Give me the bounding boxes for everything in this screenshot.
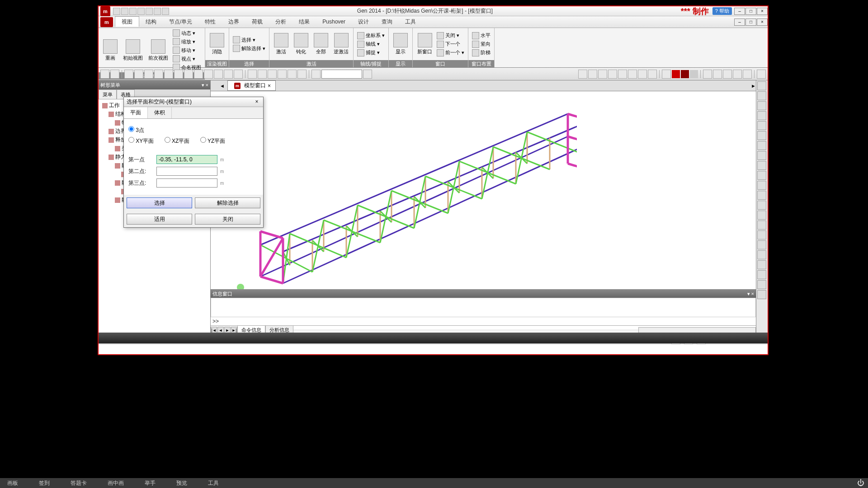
info-pin-icon[interactable]: ▾ bbox=[747, 291, 750, 296]
info-close-icon[interactable]: × bbox=[751, 291, 754, 296]
ribbon-重画[interactable]: 重画 bbox=[101, 38, 119, 62]
qat-redo-icon[interactable] bbox=[146, 8, 153, 15]
menu-荷载[interactable]: 荷载 bbox=[245, 17, 269, 27]
view-tool-icon[interactable] bbox=[757, 121, 766, 130]
tab-volume[interactable]: 体积 bbox=[148, 107, 172, 118]
qat-print-icon[interactable] bbox=[154, 8, 161, 15]
app-menu-icon[interactable]: m bbox=[100, 17, 113, 27]
tab-nav-right-icon[interactable]: ► bbox=[751, 83, 756, 89]
menu-边界[interactable]: 边界 bbox=[222, 17, 245, 27]
view-tool-icon[interactable] bbox=[578, 70, 587, 79]
ribbon-选择 ▾[interactable]: 选择 ▾ bbox=[232, 36, 266, 44]
display-tool-icon[interactable] bbox=[743, 70, 752, 79]
tool-icon[interactable] bbox=[184, 70, 193, 79]
view-tool-icon[interactable] bbox=[757, 290, 766, 299]
radio-3point[interactable]: 3点 bbox=[128, 127, 144, 133]
qat-preview-icon[interactable] bbox=[162, 8, 169, 15]
view-tool-icon[interactable] bbox=[628, 70, 637, 79]
ribbon-动态 ▾[interactable]: 动态 ▾ bbox=[172, 29, 202, 37]
tool-icon[interactable] bbox=[174, 70, 183, 79]
view-tool-icon[interactable] bbox=[757, 260, 766, 269]
tool-icon[interactable] bbox=[214, 70, 223, 79]
tab-plane[interactable]: 平面 bbox=[124, 107, 148, 118]
menu-设计[interactable]: 设计 bbox=[352, 17, 375, 27]
view-tool-icon[interactable] bbox=[598, 70, 607, 79]
view-tool-icon[interactable] bbox=[757, 131, 766, 140]
view-tool-icon[interactable] bbox=[757, 250, 766, 259]
doc-restore-icon[interactable]: □ bbox=[745, 19, 756, 26]
doc-tab-model[interactable]: m 模型窗口 × bbox=[227, 80, 276, 91]
view-tool-icon[interactable] bbox=[757, 181, 766, 190]
view-tool-icon[interactable] bbox=[757, 211, 766, 220]
qat-new-icon[interactable] bbox=[113, 8, 120, 15]
menu-结构[interactable]: 结构 bbox=[139, 17, 163, 27]
tab-menu[interactable]: 菜单 bbox=[99, 89, 117, 99]
lock-icon[interactable] bbox=[757, 70, 766, 79]
selection-combo[interactable] bbox=[321, 70, 362, 79]
unselect-button[interactable]: 解除选择 bbox=[195, 197, 260, 208]
ribbon-轴线 ▾[interactable]: 轴线 ▾ bbox=[356, 40, 386, 48]
help-button[interactable]: ? 帮助 bbox=[712, 7, 732, 15]
menu-视图[interactable]: 视图 bbox=[115, 16, 139, 27]
dialog-title-bar[interactable]: 选择平面和空间-(模型窗口) × bbox=[124, 97, 263, 107]
redo-icon[interactable] bbox=[110, 70, 119, 79]
view-tool-icon[interactable] bbox=[618, 70, 627, 79]
close-button[interactable]: 关闭 bbox=[195, 214, 260, 225]
tool-icon[interactable] bbox=[297, 70, 307, 79]
minimize-icon[interactable]: – bbox=[734, 8, 745, 15]
pin-icon[interactable]: ▾ bbox=[202, 82, 204, 88]
view-tool-icon[interactable] bbox=[757, 81, 766, 90]
color-darkred-icon[interactable] bbox=[681, 70, 689, 78]
undo-icon[interactable] bbox=[100, 70, 109, 79]
ribbon-初始视图[interactable]: 初始视图 bbox=[121, 38, 145, 62]
tab-nav-left-icon[interactable]: ◄ bbox=[220, 83, 225, 89]
filter-icon[interactable] bbox=[363, 70, 372, 79]
ribbon-前次视图[interactable]: 前次视图 bbox=[146, 38, 170, 62]
ribbon-关闭 ▾[interactable]: 关闭 ▾ bbox=[436, 32, 465, 40]
view-tool-icon[interactable] bbox=[757, 201, 766, 210]
radio-xz[interactable]: XZ平面 bbox=[165, 138, 190, 144]
display-tool-icon[interactable] bbox=[733, 70, 742, 79]
tool-icon[interactable] bbox=[288, 70, 297, 79]
input-p3[interactable] bbox=[156, 178, 217, 188]
ribbon-坐标系 ▾[interactable]: 坐标系 ▾ bbox=[356, 32, 386, 40]
ribbon-水平[interactable]: 水平 bbox=[471, 32, 491, 40]
ribbon-激活[interactable]: 激活 bbox=[272, 32, 290, 56]
quick-access-toolbar[interactable] bbox=[113, 8, 169, 15]
color-red-icon[interactable] bbox=[672, 70, 680, 78]
view-tool-icon[interactable] bbox=[588, 70, 597, 79]
doc-minimize-icon[interactable]: – bbox=[734, 19, 745, 26]
dialog-close-icon[interactable]: × bbox=[253, 99, 260, 106]
view-tool-icon[interactable] bbox=[757, 221, 766, 230]
apply-button[interactable]: 适用 bbox=[127, 214, 192, 225]
display-tool-icon[interactable] bbox=[703, 70, 712, 79]
menu-节点/单元[interactable]: 节点/单元 bbox=[163, 17, 198, 27]
globe-icon[interactable] bbox=[662, 70, 671, 79]
radio-xy[interactable]: XY平面 bbox=[128, 138, 154, 144]
maximize-icon[interactable]: □ bbox=[745, 8, 756, 15]
view-tool-icon[interactable] bbox=[757, 141, 766, 150]
bb-signin[interactable]: 签到 bbox=[35, 479, 53, 488]
view-tool-icon[interactable] bbox=[757, 270, 766, 279]
tool-icon[interactable] bbox=[234, 70, 243, 79]
bb-tools[interactable]: 工具 bbox=[204, 479, 222, 488]
view-tool-icon[interactable] bbox=[608, 70, 617, 79]
ribbon-缩放 ▾[interactable]: 缩放 ▾ bbox=[172, 38, 202, 46]
ribbon-逆激活[interactable]: 逆激活 bbox=[332, 32, 350, 56]
tool-icon[interactable] bbox=[204, 70, 213, 79]
close-icon[interactable]: × bbox=[757, 8, 768, 15]
view-tool-icon[interactable] bbox=[757, 101, 766, 110]
power-icon[interactable]: ⏻ bbox=[857, 479, 864, 487]
tool-icon[interactable] bbox=[278, 70, 287, 79]
select-button[interactable]: 选择 bbox=[127, 197, 192, 208]
bb-pip[interactable]: 画中画 bbox=[104, 479, 127, 488]
view-tool-icon[interactable] bbox=[638, 70, 647, 79]
menu-结果[interactable]: 结果 bbox=[292, 17, 316, 27]
tool-icon[interactable] bbox=[268, 70, 277, 79]
ribbon-新窗口[interactable]: 新窗口 bbox=[415, 32, 434, 56]
doc-close-icon[interactable]: × bbox=[757, 19, 768, 26]
view-tool-icon[interactable] bbox=[757, 161, 766, 170]
input-p2[interactable] bbox=[156, 167, 217, 176]
menu-查询[interactable]: 查询 bbox=[375, 17, 399, 27]
ribbon-竖向[interactable]: 竖向 bbox=[471, 40, 491, 48]
